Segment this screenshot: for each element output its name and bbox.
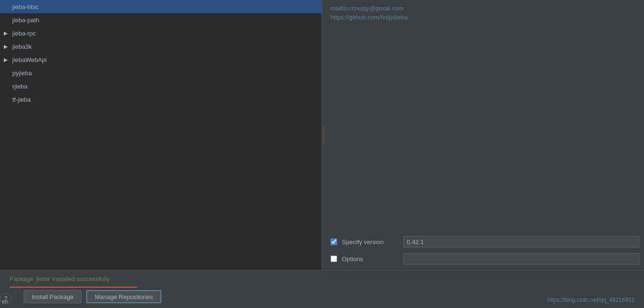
list-item[interactable]: pyjieba [0, 66, 322, 79]
panel-divider [322, 0, 326, 270]
email-link[interactable]: mailto:ccnusjy@gmail.com [331, 5, 639, 12]
list-item[interactable]: jieba-path [0, 13, 322, 26]
list-item[interactable]: jieba-htsc [0, 0, 322, 13]
package-name: jieba-htsc [12, 3, 318, 10]
right-panel: mailto:ccnusjy@gmail.com https://github.… [326, 0, 644, 270]
footer-link[interactable]: https://blog.csdn.net/qq_46216951 [547, 297, 635, 303]
bottom-bar: Package 'jieba' installed successfully I… [0, 270, 644, 308]
package-list: jieba-htscjieba-path▶jieba-rpc▶jieba3k▶j… [0, 0, 322, 270]
arrow-icon: ▶ [4, 30, 11, 36]
list-item[interactable]: ▶jieba3k [0, 40, 322, 53]
package-name: jieba-rpc [12, 30, 318, 37]
package-name: jieba3k [12, 43, 318, 50]
manage-repositories-button[interactable]: Manage Repositories [86, 290, 161, 303]
options-input[interactable] [403, 253, 639, 264]
package-name: tf-jieba [12, 96, 318, 103]
err-badge: err [0, 299, 10, 304]
list-item[interactable]: ▶jiebaWebApi [0, 53, 322, 66]
options-label: Options [342, 255, 399, 263]
status-message: Package 'jieba' installed successfully [9, 275, 110, 282]
package-name: pyjieba [12, 70, 318, 77]
list-item[interactable]: rjieba [0, 79, 322, 93]
arrow-icon: ▶ [4, 57, 11, 63]
list-item[interactable]: tf-jieba [0, 93, 322, 106]
left-panel: jieba-htscjieba-path▶jieba-rpc▶jieba3k▶j… [0, 0, 322, 270]
list-item[interactable]: ▶jieba-rpc [0, 26, 322, 40]
options-checkbox[interactable] [331, 255, 337, 262]
specify-version-checkbox[interactable] [331, 238, 337, 245]
options-row: Options [331, 252, 639, 265]
specify-version-label: Specify version [342, 238, 399, 246]
bottom-buttons: Install Package Manage Repositories [9, 290, 635, 303]
package-name: rjieba [12, 83, 318, 90]
version-input[interactable] [403, 236, 639, 247]
version-section: Specify version Options [331, 230, 639, 265]
red-underline-decoration [9, 287, 137, 288]
install-package-button[interactable]: Install Package [24, 290, 81, 303]
github-link[interactable]: https://github.com/fxsjy/jieba [331, 14, 639, 21]
right-panel-spacer [331, 23, 639, 230]
package-name: jiebaWebApi [12, 56, 318, 63]
package-name: jieba-path [12, 17, 318, 24]
arrow-icon: ▶ [4, 44, 11, 50]
main-area: jieba-htscjieba-path▶jieba-rpc▶jieba3k▶j… [0, 0, 644, 270]
specify-version-row: Specify version [331, 235, 639, 248]
